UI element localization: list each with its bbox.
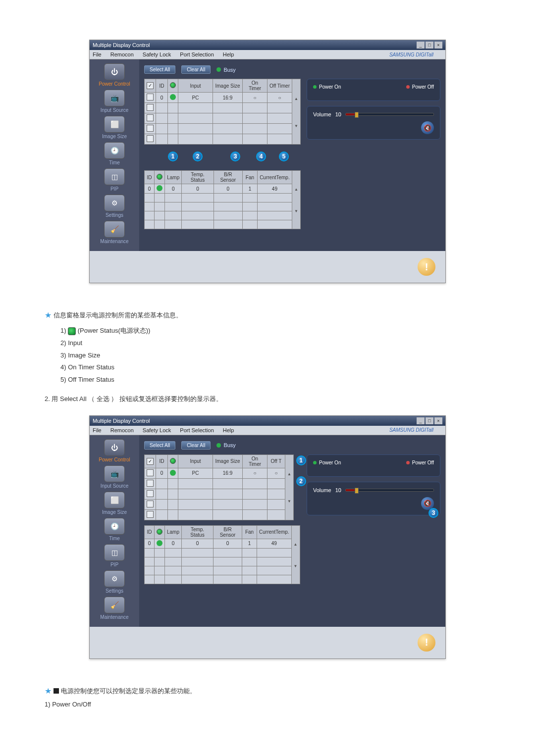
scrollbar[interactable]: ▲▼ (285, 454, 294, 520)
table-row[interactable]: 0 0 0 0 1 49 (145, 184, 301, 194)
table-row[interactable]: 0 0 0 0 1 49 (145, 539, 300, 548)
tables-area: ID Input Image Size On Timer Off T ▲▼ 0 (144, 454, 300, 584)
sidebar: ⏻ Power Control 📺 Input Source ⬜ Image S… (90, 435, 139, 627)
power-status-icon (157, 185, 162, 191)
top-actions: Select All Clear All Busy (144, 441, 440, 450)
volume-slider[interactable] (345, 113, 434, 116)
menu-file[interactable]: File (93, 51, 102, 57)
sidebar-item-power-control[interactable]: ⏻ Power Control (90, 439, 139, 462)
on-timer-cell: ○ (243, 93, 268, 103)
sidebar-item-input-source[interactable]: 📺 Input Source (90, 465, 139, 489)
title-bar: Multiple Display Control _ □ × (90, 416, 445, 426)
col-on-timer: On Timer (243, 79, 268, 93)
volume-value: 10 (335, 111, 341, 117)
menu-port-selection[interactable]: Port Selection (180, 51, 214, 57)
doc-line-2: 2. 用 Select All （ 全选 ） 按钮或复选框选择要控制的显示器。 (45, 393, 490, 405)
select-all-button[interactable]: Select All (144, 65, 175, 74)
row-checkbox[interactable] (147, 469, 154, 476)
menu-help[interactable]: Help (223, 427, 234, 433)
menu-file[interactable]: File (93, 427, 102, 433)
maximize-btn[interactable]: □ (426, 417, 433, 424)
table-row[interactable]: 0 PC 16:9 ○ ○ (145, 93, 301, 103)
power-icon: ⏻ (104, 439, 125, 456)
col-id2: ID (145, 171, 155, 184)
settings-icon: ⚙ (104, 570, 125, 587)
sidebar-item-power-control[interactable]: ⏻ Power Control (90, 63, 139, 87)
sidebar-item-maintenance[interactable]: 🧹 Maintenance (90, 221, 139, 244)
window-title: Multiple Display Control (93, 418, 150, 424)
doc-item-1b: (Power Status(电源状态)) (76, 327, 150, 334)
header-checkbox[interactable] (147, 458, 154, 465)
power-on-button[interactable]: Power On (313, 460, 341, 465)
minimize-btn[interactable]: _ (417, 417, 425, 424)
volume-slider[interactable] (345, 489, 434, 492)
doc-line-4: 1) Power On/Off (45, 699, 490, 711)
sidebar-item-maintenance[interactable]: 🧹 Maintenance (90, 597, 139, 620)
clear-all-button[interactable]: Clear All (181, 65, 211, 74)
maximize-btn[interactable]: □ (426, 42, 433, 49)
close-btn[interactable]: × (434, 42, 442, 49)
pip-icon: ◫ (104, 168, 125, 185)
sidebar-item-settings[interactable]: ⚙ Settings (90, 195, 139, 218)
col-current-temp: CurrentTemp. (257, 525, 292, 539)
clear-all-button[interactable]: Clear All (181, 441, 211, 450)
callout-5: 5 (279, 151, 289, 161)
scrollbar[interactable]: ▲▼ (292, 79, 301, 145)
sidebar: ⏻ Power Control 📺 Input Source ⬜ Image S… (90, 59, 139, 251)
col-image-size: Image Size (213, 79, 243, 93)
sidebar-item-time[interactable]: 🕘 Time (90, 518, 139, 541)
header-checkbox[interactable] (147, 82, 154, 89)
off-timer-cell: ○ (268, 468, 285, 478)
star-icon: ★ (45, 311, 52, 319)
doc-item-3: 3) Image Size (60, 350, 490, 362)
sidebar-item-time[interactable]: 🕘 Time (90, 142, 139, 165)
sidebar-item-input-source[interactable]: 📺 Input Source (90, 90, 139, 113)
power-icon: ⏻ (104, 63, 125, 80)
scrollbar[interactable]: ▲▼ (292, 171, 300, 229)
col-br-sensor: B/R Sensor (214, 171, 242, 184)
col-current-temp: CurrentTemp. (257, 171, 292, 184)
power-status-badge-icon (68, 327, 76, 335)
doc-item-5: 5) Off Timer Status (60, 374, 490, 386)
select-all-button[interactable]: Select All (144, 441, 175, 450)
power-status-icon (170, 94, 176, 100)
col-fan: Fan (242, 171, 257, 184)
doc-item-1a: 1) (60, 327, 68, 334)
window-title: Multiple Display Control (93, 42, 150, 48)
minimize-btn[interactable]: _ (417, 42, 425, 49)
menu-safety-lock[interactable]: Safety Lock (143, 51, 171, 57)
info-icon[interactable]: ! (418, 258, 435, 276)
info-table-2: ID Lamp Temp. Status B/R Sensor Fan Curr… (144, 525, 300, 584)
volume-label: Volume (313, 111, 331, 117)
sidebar-item-image-size[interactable]: ⬜ Image Size (90, 492, 139, 515)
time-icon: 🕘 (104, 142, 125, 159)
sidebar-item-settings[interactable]: ⚙ Settings (90, 570, 139, 594)
power-off-button[interactable]: Power Off (406, 460, 434, 465)
col-power-status (168, 79, 178, 93)
busy-dot-icon (216, 443, 221, 448)
sidebar-item-pip[interactable]: ◫ PIP (90, 168, 139, 192)
close-btn[interactable]: × (434, 417, 442, 424)
doc-text-2: ★电源控制使您可以控制选定显示器的某些功能。 1) Power On/Off (45, 684, 490, 711)
right-panel: Power On Power Off Volume 10 🔇 3 (307, 454, 440, 584)
tables-area: ID Input Image Size On Timer Off Timer ▲… (144, 79, 301, 229)
sidebar-item-pip[interactable]: ◫ PIP (90, 544, 139, 567)
mute-button[interactable]: 🔇 (421, 121, 434, 134)
menu-help[interactable]: Help (223, 51, 234, 57)
square-icon (54, 688, 59, 694)
menu-port-selection[interactable]: Port Selection (180, 427, 214, 433)
info-icon[interactable]: ! (418, 634, 435, 652)
scrollbar[interactable]: ▲▼ (291, 525, 300, 584)
power-off-button[interactable]: Power Off (406, 84, 434, 90)
col-fan: Fan (242, 525, 257, 539)
maintenance-icon: 🧹 (104, 597, 125, 613)
menu-safety-lock[interactable]: Safety Lock (143, 427, 171, 433)
sidebar-item-image-size[interactable]: ⬜ Image Size (90, 116, 139, 139)
table-row[interactable]: 0 PC 16:9 ○ ○ (145, 468, 294, 478)
menu-remocon[interactable]: Remocon (110, 51, 134, 57)
power-on-button[interactable]: Power On (313, 84, 341, 90)
row-checkbox[interactable] (147, 94, 154, 101)
col-lamp: Lamp (165, 525, 182, 539)
col-temp-status: Temp. Status (182, 171, 214, 184)
menu-remocon[interactable]: Remocon (110, 427, 134, 433)
